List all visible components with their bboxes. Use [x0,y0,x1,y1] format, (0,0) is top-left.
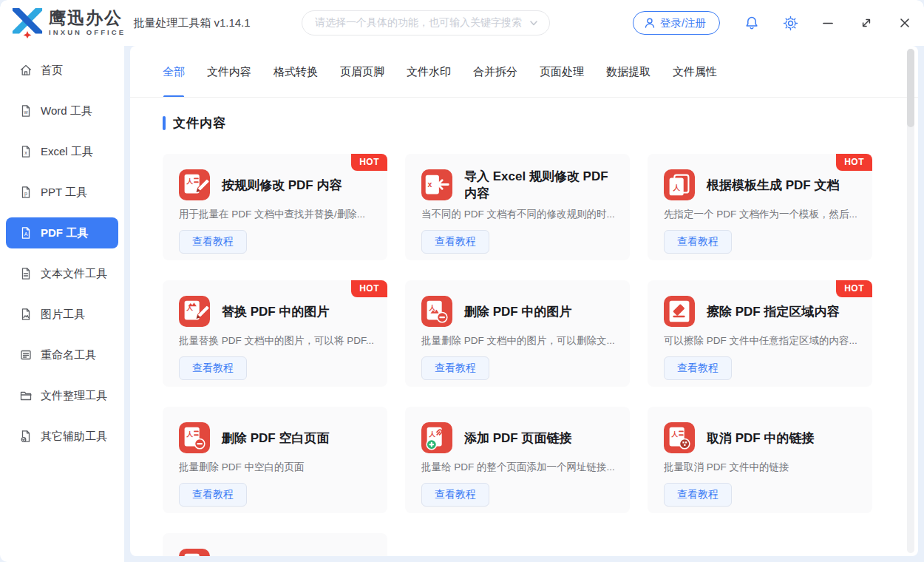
rename-icon [19,348,33,362]
excel-file-icon: x [19,145,33,158]
pdf-link-add-icon: 人 [421,422,452,453]
view-tutorial-button[interactable]: 查看教程 [664,356,732,380]
tab-all[interactable]: 全部 [163,65,185,98]
tool-card-description: 批量删除 PDF 中空白的页面 [179,461,377,474]
search-placeholder: 请选择一个具体的功能，也可输入关键字搜索！ [315,16,524,30]
svg-text:人: 人 [429,430,436,438]
sidebar-item-text-file-tools[interactable]: 文本文件工具 [6,258,118,289]
home-icon [19,64,33,77]
scrollbar-thumb[interactable] [907,49,914,127]
sidebar-item-pdf-tools[interactable]: A PDF 工具 [6,217,118,248]
tab-merge-split[interactable]: 合并拆分 [473,65,517,98]
tool-card-excel-rule-edit[interactable]: x 导入 Excel 规则修改 PDF 内容 当不同的 PDF 文档有不同的修改… [405,154,630,260]
function-search-select[interactable]: 请选择一个具体的功能，也可输入关键字搜索！ [302,10,550,35]
sidebar-item-label: 文件整理工具 [41,389,107,403]
section-header: 文件内容 [163,115,226,132]
sidebar-item-home[interactable]: 首页 [6,55,118,86]
main-panel: 全部 文件内容 格式转换 页眉页脚 文件水印 合并拆分 页面处理 数据提取 文件… [130,46,918,556]
tool-card-erase-area[interactable]: HOT 擦除 PDF 指定区域内容 可以擦除 PDF 文件中任意指定区域的内容.… [648,280,872,387]
sidebar-item-file-organize-tools[interactable]: 文件整理工具 [6,380,118,411]
sidebar-item-rename-tools[interactable]: 重命名工具 [6,339,118,370]
view-tutorial-button[interactable]: 查看教程 [664,230,732,254]
tool-card-rule-edit[interactable]: HOT 人 按规则修改 PDF 内容 用于批量在 PDF 文档中查找并替换/删除… [163,154,387,260]
window-minimize-button[interactable] [821,16,835,30]
sidebar-item-label: 文本文件工具 [41,267,107,281]
pdf-content-edit-icon: 人 [179,169,210,200]
tab-file-content[interactable]: 文件内容 [207,65,251,98]
gear-icon [783,16,798,31]
login-register-button[interactable]: 登录/注册 [633,11,720,35]
tool-card-title: 导入 Excel 规则修改 PDF 内容 [464,167,621,203]
tab-data-extract[interactable]: 数据提取 [606,65,650,98]
app-title: 批量处理工具箱 v1.14.1 [133,16,250,30]
tab-file-attributes[interactable]: 文件属性 [673,65,717,98]
tab-page-process[interactable]: 页面处理 [540,65,584,98]
excel-import-icon: x [421,169,452,200]
view-tutorial-button[interactable]: 查看教程 [421,230,489,254]
tool-card-add-page-links[interactable]: 人 添加 PDF 页面链接 批量给 PDF 的整个页面添加一个网址链接... 查… [405,407,630,513]
tool-card-replace-images[interactable]: HOT 人 替换 PDF 中的图片 批量替换 PDF 文档中的图片，可以将 PD… [163,280,387,387]
tab-header-footer[interactable]: 页眉页脚 [340,65,384,98]
misc-tools-icon [19,430,33,443]
sidebar-item-excel-tools[interactable]: x Excel 工具 [6,136,118,167]
sidebar-item-misc-tools[interactable]: 其它辅助工具 [6,421,118,452]
tool-card-description: 可以擦除 PDF 文件中任意指定区域的内容... [664,334,862,348]
tool-card-title: 替换 PDF 中的图片 [222,294,378,329]
sidebar-item-word-tools[interactable]: w Word 工具 [6,95,118,126]
tool-card-partial[interactable]: 人 [163,533,387,556]
tabs-divider [130,97,918,98]
view-tutorial-button[interactable]: 查看教程 [179,356,247,380]
tool-card-description: 先指定一个 PDF 文档作为一个模板，然后... [664,208,862,221]
sidebar-item-label: 其它辅助工具 [41,430,107,444]
notifications-button[interactable] [744,15,760,31]
folder-icon [19,389,33,402]
bell-icon [744,16,759,30]
tool-card-template-generate[interactable]: HOT 人 根据模板生成 PDF 文档 先指定一个 PDF 文档作为一个模板，然… [648,154,872,260]
tool-card-delete-blank-pages[interactable]: 人 删除 PDF 空白页面 批量删除 PDF 中空白的页面 查看教程 [163,407,387,513]
tool-card-description: 当不同的 PDF 文档有不同的修改规则的时... [421,208,619,221]
tool-card-description: 批量取消 PDF 文件中的链接 [664,461,862,474]
pdf-template-icon: 人 [664,169,695,200]
tab-watermark[interactable]: 文件水印 [407,65,451,98]
erase-area-icon [664,296,695,327]
ppt-file-icon: p [19,186,33,199]
tab-format-convert[interactable]: 格式转换 [274,65,318,98]
sidebar-item-label: PDF 工具 [41,226,88,240]
view-tutorial-button[interactable]: 查看教程 [664,483,732,507]
sidebar: 首页 w Word 工具 x Excel 工具 p PPT 工具 A PDF 工… [0,46,124,562]
window-restore-button[interactable] [859,16,874,30]
sidebar-item-label: PPT 工具 [41,186,87,200]
window-close-button[interactable] [897,16,912,30]
scrollbar-track[interactable] [907,49,914,553]
tool-card-delete-images[interactable]: 人 删除 PDF 中的图片 批量删除 PDF 文档中的图片，可以删除文... 查… [405,280,630,387]
svg-text:人: 人 [429,304,436,311]
brand-x-icon [10,7,44,38]
tool-card-remove-links[interactable]: 人 取消 PDF 中的链接 批量取消 PDF 文件中的链接 查看教程 [648,407,872,513]
svg-text:A: A [24,231,28,237]
brand-name-cn: 鹰迅办公 [49,10,126,27]
tool-card-description: 批量替换 PDF 文档中的图片，可以将 PDF... [179,334,377,348]
view-tutorial-button[interactable]: 查看教程 [179,230,247,254]
pdf-image-delete-icon: 人 [421,296,452,327]
view-tutorial-button[interactable]: 查看教程 [421,356,489,380]
tool-card-description: 批量删除 PDF 文档中的图片，可以删除文... [421,334,619,348]
settings-button[interactable] [782,15,798,31]
pdf-image-replace-icon: 人 [179,296,210,327]
tool-card-title: 删除 PDF 中的图片 [464,294,621,329]
sidebar-item-label: Word 工具 [41,104,92,118]
view-tutorial-button[interactable]: 查看教程 [421,483,489,507]
sidebar-item-label: 首页 [41,64,63,78]
sidebar-item-label: 图片工具 [41,308,85,322]
title-bar: 鹰迅办公 INXUN OFFICE 批量处理工具箱 v1.14.1 请选择一个具… [0,0,924,46]
tool-card-title: 擦除 PDF 指定区域内容 [707,294,863,329]
user-icon [644,17,656,29]
pdf-tool-icon: 人 [179,549,210,556]
sidebar-item-ppt-tools[interactable]: p PPT 工具 [6,177,118,208]
tool-card-grid: HOT 人 按规则修改 PDF 内容 用于批量在 PDF 文档中查找并替换/删除… [163,154,872,556]
pdf-file-icon: A [19,226,33,240]
view-tutorial-button[interactable]: 查看教程 [179,483,247,507]
resize-icon [860,17,872,29]
sidebar-item-image-tools[interactable]: 图片工具 [6,299,118,330]
svg-text:人: 人 [671,430,679,438]
tool-card-title: 删除 PDF 空白页面 [222,420,378,456]
